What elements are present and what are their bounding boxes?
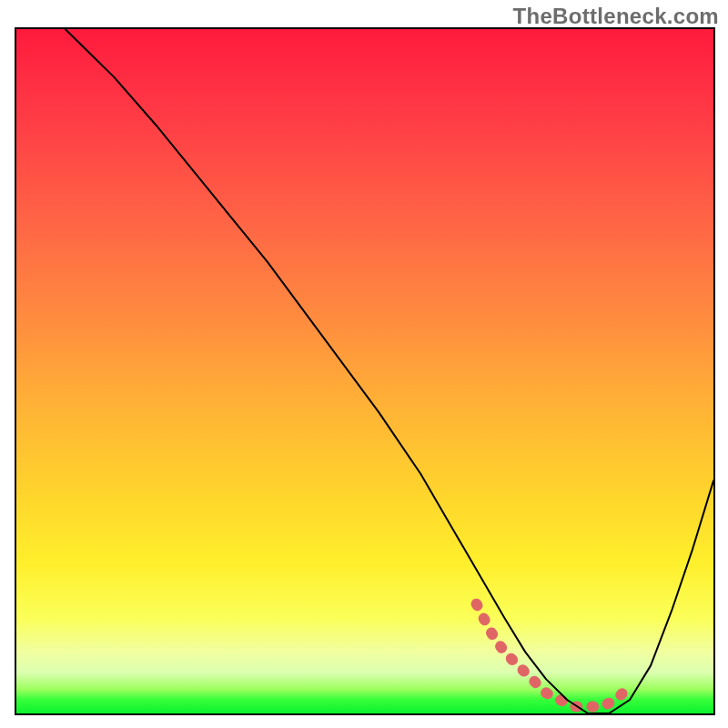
- watermark-label: TheBottleneck.com: [513, 4, 719, 29]
- plot-area: [15, 27, 715, 715]
- curve-overlay: [16, 29, 713, 713]
- optimal-range-highlight: [477, 604, 631, 707]
- chart-frame: TheBottleneck.com: [0, 0, 728, 728]
- bottleneck-curve: [66, 29, 713, 713]
